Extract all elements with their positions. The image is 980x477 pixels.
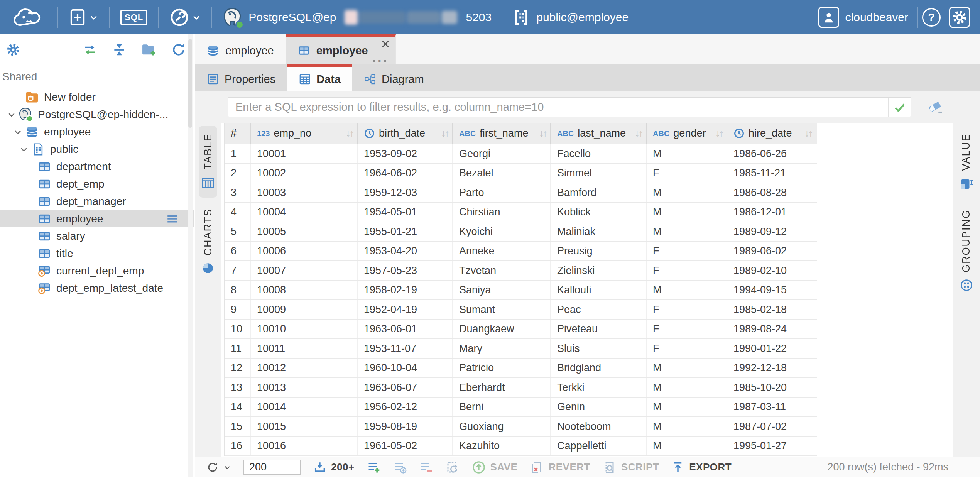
presentation-tab-table[interactable]: TABLE [199,126,217,198]
grid-cell-emp_no[interactable]: 10010 [251,320,358,339]
column-header-emp_no[interactable]: 123emp_no↓↑ [251,123,358,144]
grid-cell-gender[interactable]: F [647,339,727,358]
sort-icon[interactable]: ↓↑ [441,127,448,139]
grid-cell-hire_date[interactable]: 1989-09-12 [727,222,816,241]
column-header-gender[interactable]: ABCgender↓↑ [647,123,727,144]
sort-icon[interactable]: ↓↑ [539,127,546,139]
grid-cell-birth_date[interactable]: 1959-08-19 [358,417,453,436]
duplicate-row-button[interactable] [393,460,407,474]
grid-cell-hire_date[interactable]: 1987-07-02 [727,417,816,436]
grid-cell-emp_no[interactable]: 10005 [251,222,358,241]
row-number-cell[interactable]: 7 [225,261,251,280]
grid-cell-first_name[interactable]: Guoxiang [453,417,551,436]
tree-item-dept-emp[interactable]: dept_emp [0,175,194,193]
grid-cell-first_name[interactable]: Saniya [453,281,551,300]
panel-tab-value[interactable]: VALUE [957,126,976,199]
grid-cell-first_name[interactable]: Georgi [453,144,551,163]
new-folder-button[interactable] [141,42,157,58]
grid-cell-emp_no[interactable]: 10007 [251,261,358,280]
column-header-row-number[interactable]: # [225,123,251,144]
grid-cell-last_name[interactable]: Genin [551,398,647,417]
grid-cell-first_name[interactable]: Eberhardt [453,378,551,397]
grid-cell-gender[interactable]: F [647,320,727,339]
fetch-more-button[interactable]: 200+ [313,461,355,474]
tab-employee-table[interactable]: employee ··· [286,34,396,64]
grid-cell-last_name[interactable]: Koblick [551,203,647,222]
sort-icon[interactable]: ↓↑ [346,127,353,139]
grid-cell-first_name[interactable]: Sumant [453,300,551,319]
revert-button[interactable]: REVERT [530,460,590,474]
sql-editor-button[interactable]: SQL [113,0,154,34]
tab-diagram[interactable]: Diagram [352,64,436,91]
grid-cell-gender[interactable]: F [647,164,727,183]
grid-cell-gender[interactable]: F [647,242,727,261]
grid-cell-last_name[interactable]: Maliniak [551,222,647,241]
grid-cell-first_name[interactable]: Kyoichi [453,222,551,241]
grid-cell-hire_date[interactable]: 1995-01-27 [727,437,816,456]
tree-item-new-folder[interactable]: New folder [0,88,194,106]
grid-cell-emp_no[interactable]: 10006 [251,242,358,261]
tab-data[interactable]: Data [287,64,352,91]
sidebar-scrollbar[interactable] [188,34,193,477]
grid-cell-first_name[interactable]: Berni [453,398,551,417]
chevron-down-icon[interactable] [11,128,25,136]
link-with-editor-button[interactable] [83,42,97,57]
user-menu[interactable]: cloudbeaver [813,7,914,28]
row-number-cell[interactable]: 13 [225,378,251,397]
tree-item-current-dept-emp[interactable]: current_dept_emp [0,262,194,279]
grid-cell-hire_date[interactable]: 1986-06-26 [727,144,816,163]
grid-cell-last_name[interactable]: Peac [551,300,647,319]
column-header-first_name[interactable]: ABCfirst_name↓↑ [453,123,551,144]
grid-cell-hire_date[interactable]: 1989-08-24 [727,320,816,339]
schema-selector[interactable]: public@employee [506,0,635,34]
grid-cell-last_name[interactable]: Kalloufi [551,281,647,300]
grid-cell-birth_date[interactable]: 1953-09-02 [358,144,453,163]
tab-menu-dots-icon[interactable]: ··· [372,57,389,65]
tree-item-menu-icon[interactable] [166,212,179,228]
clear-filter-button[interactable] [927,99,944,116]
sort-icon[interactable]: ↓↑ [804,127,812,139]
tree-item-department[interactable]: department [0,158,194,175]
grid-cell-birth_date[interactable]: 1952-04-19 [358,300,453,319]
grid-cell-last_name[interactable]: Zielinski [551,261,647,280]
grid-cell-emp_no[interactable]: 10015 [251,417,358,436]
chevron-down-icon[interactable] [17,145,31,154]
scrollbar-thumb[interactable] [188,39,192,128]
sort-icon[interactable]: ↓↑ [635,127,642,139]
grid-cell-birth_date[interactable]: 1953-11-07 [358,339,453,358]
grid-cell-birth_date[interactable]: 1958-02-19 [358,281,453,300]
add-row-button[interactable] [367,460,381,474]
grid-cell-gender[interactable]: M [647,359,727,378]
tab-properties[interactable]: Properties [195,64,287,91]
collapse-all-button[interactable] [112,42,127,57]
grid-cell-gender[interactable]: M [647,222,727,241]
grid-cell-emp_no[interactable]: 10008 [251,281,358,300]
grid-cell-hire_date[interactable]: 1992-12-18 [727,359,816,378]
grid-cell-birth_date[interactable]: 1963-06-07 [358,378,453,397]
export-button[interactable]: EXPORT [671,461,732,474]
grid-cell-last_name[interactable]: Bridgland [551,359,647,378]
column-header-last_name[interactable]: ABClast_name↓↑ [551,123,647,144]
connection-selector[interactable]: PostgreSQL@ep 5203 [216,0,498,34]
tree-item-public[interactable]: public [0,140,194,158]
grid-cell-first_name[interactable]: Kazuhito [453,437,551,456]
presentation-tab-charts[interactable]: CHARTS [199,201,217,283]
driver-manager-button[interactable] [163,0,208,34]
apply-filter-button[interactable] [888,98,911,117]
grid-cell-birth_date[interactable]: 1961-05-02 [358,437,453,456]
grid-cell-first_name[interactable]: Anneke [453,242,551,261]
grid-cell-hire_date[interactable]: 1989-02-10 [727,261,816,280]
tree-item-salary[interactable]: salary [0,227,194,245]
grid-cell-birth_date[interactable]: 1955-01-21 [358,222,453,241]
grid-cell-gender[interactable]: M [647,144,727,163]
grid-cell-first_name[interactable]: Parto [453,183,551,202]
grid-cell-first_name[interactable]: Mary [453,339,551,358]
grid-cell-hire_date[interactable]: 1990-01-22 [727,339,816,358]
grid-cell-birth_date[interactable]: 1953-04-20 [358,242,453,261]
grid-cell-last_name[interactable]: Preusig [551,242,647,261]
row-number-cell[interactable]: 15 [225,417,251,436]
row-number-cell[interactable]: 2 [225,164,251,183]
tree-item-employee[interactable]: employee [0,123,194,140]
grid-cell-emp_no[interactable]: 10016 [251,437,358,456]
tab-employee-database[interactable]: employee [195,34,286,64]
